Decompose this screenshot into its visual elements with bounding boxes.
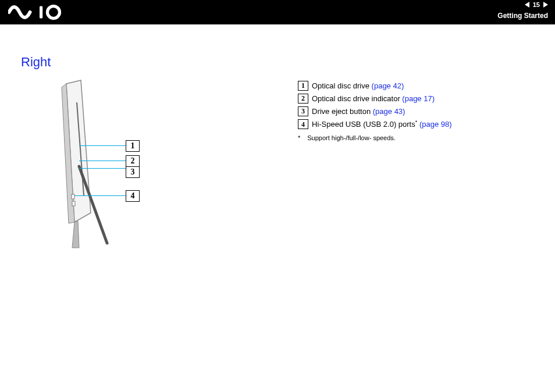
callout-line-3 [79,168,126,169]
callout-4: 4 [126,190,140,202]
page-ref-link[interactable]: (page 43) [373,107,405,116]
device-illustration [49,79,119,254]
callout-line-1 [79,145,126,146]
callout-2: 2 [126,155,140,167]
section-title: Right [21,55,555,70]
page-nav: 15 [525,1,548,8]
callout-3: 3 [126,166,140,178]
header-bar: 15 Getting Started [0,0,555,24]
legend-num-1: 1 [298,81,308,91]
legend: 1 Optical disc drive (page 42) 2 Optical… [298,80,452,143]
svg-rect-4 [72,201,75,206]
legend-item-1: 1 Optical disc drive (page 42) [298,80,452,92]
section-name: Getting Started [497,12,548,20]
legend-text-2: Optical disc drive indicator (page 17) [312,93,435,105]
footnote: * Support high-/full-/low- speeds. [298,133,452,143]
svg-point-1 [48,6,60,19]
footnote-mark: * [298,133,300,143]
page-ref-link[interactable]: (page 42) [372,81,404,90]
legend-num-4: 4 [298,119,308,129]
page-number: 15 [533,1,540,8]
svg-rect-0 [40,6,42,19]
device-diagram: 1 2 3 4 [21,73,289,265]
page-content: Right 1 2 3 4 [0,24,555,265]
callout-line-2 [79,161,126,161]
legend-item-4: 4 Hi-Speed USB (USB 2.0) ports* (page 98… [298,119,452,130]
callout-1: 1 [126,140,140,152]
legend-num-2: 2 [298,94,308,104]
legend-text-4: Hi-Speed USB (USB 2.0) ports* (page 98) [312,119,452,130]
legend-text-3: Drive eject button (page 43) [312,106,405,117]
callout-line-4 [74,195,126,196]
footnote-text: Support high-/full-/low- speeds. [307,133,396,143]
legend-item-2: 2 Optical disc drive indicator (page 17) [298,93,452,105]
prev-page-icon[interactable] [525,2,529,8]
legend-item-3: 3 Drive eject button (page 43) [298,106,452,117]
page-ref-link[interactable]: (page 98) [419,120,452,129]
legend-num-3: 3 [298,106,308,116]
next-page-icon[interactable] [543,2,548,8]
vaio-logo [8,3,78,21]
legend-text-1: Optical disc drive (page 42) [312,80,404,92]
page-ref-link[interactable]: (page 17) [402,94,435,103]
